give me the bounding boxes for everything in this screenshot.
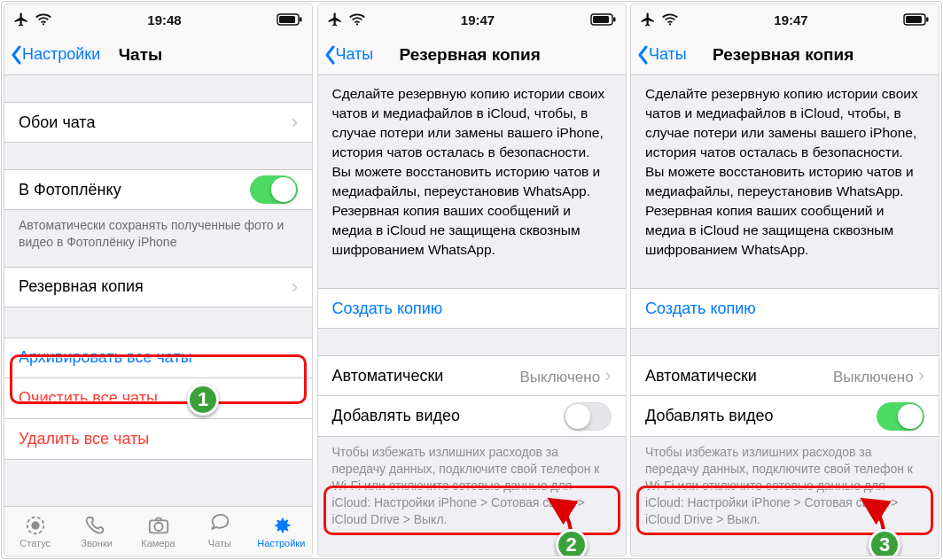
tab-calls[interactable]: Звонки [66, 507, 127, 556]
back-button[interactable]: Настройки [10, 45, 100, 65]
airplane-icon [327, 12, 343, 27]
status-bar: 19:48 [4, 4, 312, 35]
tab-settings[interactable]: Настройки [251, 507, 312, 556]
back-label: Чаты [336, 45, 374, 64]
row-label: Автоматически [645, 367, 757, 385]
svg-rect-10 [593, 16, 609, 23]
wifi-icon [35, 13, 52, 26]
row-label: Резервная копия [19, 277, 144, 296]
backup-description: Сделайте резервную копию истории своих ч… [631, 75, 939, 270]
step-badge-2: 2 [556, 529, 588, 556]
status-time: 19:47 [774, 12, 807, 27]
row-label: Обои чата [19, 113, 95, 132]
nav-bar: Чаты Резервная копия [318, 35, 626, 75]
wifi-icon [661, 13, 679, 26]
battery-icon [277, 13, 303, 26]
row-auto-backup[interactable]: Автоматически Выключено › [631, 355, 939, 396]
step-badge-3: 3 [869, 529, 900, 556]
row-label: Архивировать все чаты [19, 348, 192, 367]
tab-status[interactable]: Статус [4, 507, 66, 556]
status-bar: 19:47 [631, 4, 939, 35]
chevron-left-icon [636, 45, 649, 65]
chevron-left-icon [10, 45, 22, 65]
svg-point-12 [669, 23, 671, 25]
status-time: 19:48 [147, 12, 181, 27]
svg-rect-11 [613, 18, 616, 22]
status-time: 19:47 [461, 12, 495, 27]
tab-bar: Статус Звонки Камера Чаты Настройки [4, 506, 312, 556]
nav-title: Резервная копия [400, 45, 541, 65]
row-value: Выключено [520, 369, 601, 385]
tab-label: Чаты [208, 538, 231, 548]
tab-label: Статус [19, 538, 51, 548]
nav-bar: Настройки Чаты [4, 35, 312, 75]
note-camera-roll: Автоматически сохранять полученные фото … [4, 210, 312, 256]
svg-rect-15 [926, 18, 929, 22]
tab-chats[interactable]: Чаты [189, 507, 250, 556]
row-include-video[interactable]: Добавлять видео [318, 396, 626, 437]
screen-2-backup-off: 19:47 Чаты Резервная копия Сделайте резе… [317, 4, 627, 556]
chevron-right-icon: › [918, 364, 924, 386]
row-create-backup[interactable]: Создать копию [318, 288, 626, 329]
chevron-right-icon: › [292, 111, 298, 134]
nav-bar: Чаты Резервная копия [631, 35, 939, 75]
toggle-include-video-off[interactable] [564, 402, 612, 431]
svg-rect-2 [279, 16, 295, 23]
note-backup-data: Чтобы избежать излишних расходов за пере… [631, 437, 939, 533]
row-wallpaper[interactable]: Обои чата › [4, 102, 312, 143]
screen-1-chats-settings: 19:48 Настройки Чаты Обои чата › В Фотоп… [4, 4, 313, 556]
row-save-to-camera-roll[interactable]: В Фотоплёнку [4, 169, 312, 210]
row-label: Автоматически [332, 367, 444, 385]
back-label: Настройки [22, 45, 100, 64]
row-clear-all[interactable]: Очистить все чаты [4, 378, 312, 419]
backup-description: Сделайте резервную копию истории своих ч… [318, 75, 626, 270]
row-backup[interactable]: Резервная копия › [4, 267, 312, 307]
tab-label: Камера [141, 538, 175, 548]
chevron-right-icon: › [604, 364, 611, 386]
wifi-icon [348, 13, 366, 26]
note-backup-data: Чтобы избежать излишних расходов за пере… [318, 437, 626, 533]
row-label: Добавлять видео [645, 407, 773, 425]
airplane-icon [640, 12, 656, 27]
row-include-video[interactable]: Добавлять видео [631, 396, 939, 437]
battery-icon [590, 13, 617, 26]
row-delete-all[interactable]: Удалить все чаты [4, 419, 312, 460]
tab-label: Настройки [257, 538, 305, 548]
phone-icon [84, 514, 109, 537]
tab-camera[interactable]: Камера [128, 507, 189, 556]
step-badge-1: 1 [187, 384, 219, 416]
chevron-left-icon [323, 45, 336, 65]
row-label: Создать копию [332, 299, 443, 318]
row-label: В Фотоплёнку [19, 181, 121, 199]
gear-icon [269, 514, 293, 537]
toggle-camera-roll[interactable] [250, 175, 298, 204]
screen-3-backup-on: 19:47 Чаты Резервная копия Сделайте резе… [630, 4, 939, 556]
row-value: Выключено [833, 369, 914, 385]
chats-icon [207, 514, 232, 537]
back-button[interactable]: Чаты [636, 45, 687, 65]
battery-icon [903, 13, 930, 26]
airplane-icon [13, 12, 29, 27]
row-label: Удалить все чаты [19, 430, 149, 448]
svg-point-8 [355, 23, 357, 25]
row-label: Создать копию [645, 299, 756, 318]
tab-label: Звонки [81, 538, 113, 548]
row-create-backup[interactable]: Создать копию [631, 288, 939, 329]
row-auto-backup[interactable]: Автоматически Выключено › [318, 355, 626, 396]
camera-icon [146, 514, 171, 537]
back-button[interactable]: Чаты [323, 45, 374, 65]
svg-point-5 [32, 522, 38, 528]
svg-point-0 [43, 23, 44, 25]
status-bar: 19:47 [318, 4, 626, 35]
row-label: Добавлять видео [332, 407, 460, 425]
svg-rect-14 [906, 16, 922, 23]
row-archive-all[interactable]: Архивировать все чаты [4, 338, 312, 378]
chevron-right-icon: › [292, 276, 298, 299]
svg-point-7 [154, 523, 162, 531]
toggle-include-video-on[interactable] [877, 402, 924, 431]
svg-rect-3 [300, 18, 302, 22]
back-label: Чаты [649, 45, 687, 64]
status-icon [23, 514, 48, 537]
nav-title: Резервная копия [713, 45, 853, 65]
row-label: Очистить все чаты [19, 389, 158, 408]
